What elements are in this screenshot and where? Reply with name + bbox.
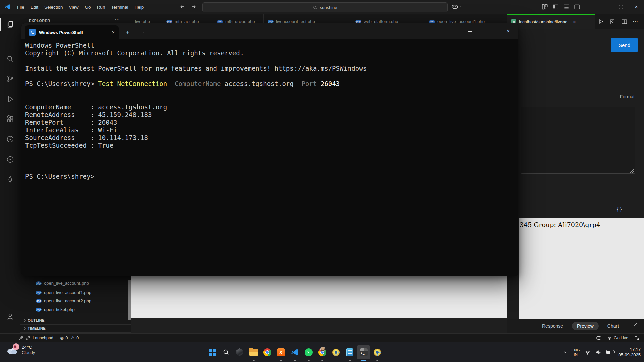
file-item[interactable]: php open_live_account1.php <box>20 288 128 297</box>
taskbar-xampp[interactable]: X <box>274 342 288 362</box>
menu-terminal[interactable]: Terminal <box>108 5 131 10</box>
request-body-textarea[interactable] <box>521 107 635 174</box>
nav-forward-icon[interactable] <box>191 3 197 10</box>
response-preview-pane[interactable]: 345 Group: Ali7020\grp4 <box>519 218 644 319</box>
start-button[interactable] <box>205 342 219 362</box>
toggle-panel-icon[interactable] <box>563 3 570 10</box>
clock-widget[interactable]: 17:17 05-09-2025 <box>619 347 641 358</box>
menu-edit[interactable]: Edit <box>28 5 41 10</box>
terminal-maximize-button[interactable] <box>479 23 499 39</box>
raw-view-icon[interactable]: ≡ <box>629 206 632 213</box>
close-icon[interactable]: × <box>573 19 576 25</box>
taskbar-terminal[interactable]: >_ <box>357 342 370 362</box>
taskbar-notepad[interactable] <box>343 342 357 362</box>
taskbar-chrome[interactable] <box>260 342 274 362</box>
rest-client-panel: Send Format { } ≡ 345 Group: Ali7020\grp… <box>507 29 644 333</box>
weather-widget[interactable]: 9+ 24°C Cloudy <box>6 345 35 355</box>
powershell-window[interactable]: Windows PowerShell × + × Windows PowerSh… <box>21 23 518 276</box>
prompt-text: PS C:\Users\shrey> <box>25 80 98 87</box>
terminal-prompt-line: PS C:\Users\shrey> <box>25 173 518 180</box>
terminal-output-area[interactable]: Windows PowerShell Copyright (C) Microso… <box>21 39 518 276</box>
nav-back-icon[interactable] <box>179 3 185 10</box>
launchpad-status-item[interactable]: Launchpad <box>0 335 53 340</box>
taskbar-search-button[interactable] <box>219 342 233 362</box>
file-item[interactable]: php open_live_account.php <box>20 279 128 288</box>
window-close-button[interactable]: × <box>629 0 644 14</box>
window-restore-button[interactable] <box>613 0 629 14</box>
divider <box>135 28 135 35</box>
window-minimize-button[interactable] <box>598 0 613 14</box>
terminal-titlebar[interactable]: Windows PowerShell × + × <box>21 23 518 39</box>
terminal-line: RemoteAddress : 45.159.248.183 <box>25 111 518 119</box>
terminal-minimize-button[interactable] <box>460 23 479 39</box>
notifications-bell-icon[interactable] <box>633 335 639 341</box>
php-file-icon: php <box>268 20 274 24</box>
go-live-status-item[interactable]: Go Live <box>607 335 628 340</box>
customize-layout-icon[interactable] <box>541 3 548 10</box>
run-file-icon[interactable] <box>597 18 604 25</box>
taskbar-file-explorer[interactable] <box>247 342 260 362</box>
menu-view[interactable]: View <box>66 5 82 10</box>
tab-simple-browser[interactable]: localhost/sunshine/liveac.. × <box>507 14 595 29</box>
taskbar-app-icons: X <box>205 342 384 362</box>
send-button[interactable]: Send <box>611 38 638 52</box>
terminal-command-line: PS C:\Users\shrey> Test-NetConnection -C… <box>25 80 518 88</box>
outline-section-header[interactable]: OUTLINE <box>20 316 131 324</box>
extensions-icon[interactable] <box>6 115 14 123</box>
taskbar-gear-app[interactable] <box>329 342 343 362</box>
copilot-menu[interactable] <box>451 3 463 10</box>
wifi-icon[interactable] <box>584 349 591 356</box>
weather-condition: Cloudy <box>22 350 35 355</box>
file-item[interactable]: php open_live_account2.php <box>20 296 128 305</box>
split-editor-icon[interactable] <box>621 18 628 25</box>
problems-status-item[interactable]: ⊗ 0 ⚠ 0 <box>60 335 79 341</box>
format-label[interactable]: Format <box>620 94 635 99</box>
tab-chart[interactable]: Chart <box>607 323 619 329</box>
new-tab-button[interactable]: + <box>122 26 133 38</box>
terminal-close-button[interactable]: × <box>499 23 518 39</box>
tab-response[interactable]: Response <box>542 323 563 329</box>
mongodb-icon[interactable] <box>6 175 14 183</box>
sidebar-scrollbar[interactable] <box>128 280 131 320</box>
taskbar-gear-app-2[interactable] <box>370 342 384 362</box>
language-indicator[interactable]: ENG IN <box>572 348 580 357</box>
taskbar-crystal-app[interactable] <box>233 342 247 362</box>
expand-panel-icon[interactable] <box>633 321 639 327</box>
menu-go[interactable]: Go <box>82 5 94 10</box>
account-icon[interactable] <box>6 312 14 321</box>
explorer-view-icon[interactable] <box>6 20 14 29</box>
copilot-status-icon[interactable] <box>596 335 602 341</box>
command-center-search[interactable]: sunshine <box>202 2 448 12</box>
taskbar-whatsapp[interactable] <box>302 342 315 362</box>
source-control-icon[interactable] <box>6 75 14 83</box>
error-count: 0 <box>66 336 68 340</box>
explorer-actions-icon[interactable]: ⋯ <box>115 17 120 23</box>
gear-app-icon <box>332 349 340 356</box>
menu-help[interactable]: Help <box>131 5 147 10</box>
menu-selection[interactable]: Selection <box>41 5 66 10</box>
php-server-icon[interactable] <box>609 18 616 25</box>
live-server-icon[interactable] <box>6 155 14 164</box>
tab-preview[interactable]: Preview <box>572 322 599 330</box>
more-actions-icon[interactable]: ⋯ <box>633 18 638 25</box>
battery-icon[interactable] <box>606 350 614 354</box>
menu-file[interactable]: File <box>14 5 28 10</box>
timeline-section-header[interactable]: TIMELINE <box>20 324 131 333</box>
file-item[interactable]: php open_ticket.php <box>20 305 128 314</box>
resize-grip-icon[interactable] <box>630 169 634 173</box>
run-debug-icon[interactable] <box>6 95 14 103</box>
chevron-right-icon <box>22 319 26 322</box>
menu-run[interactable]: Run <box>94 5 108 10</box>
search-view-icon[interactable] <box>6 55 14 63</box>
taskbar-chrome-profile[interactable] <box>315 342 329 362</box>
close-icon[interactable]: × <box>112 29 115 35</box>
terminal-tab[interactable]: Windows PowerShell × <box>25 25 119 39</box>
format-json-icon[interactable]: { } <box>617 206 622 213</box>
taskbar-vscode[interactable] <box>288 342 302 362</box>
volume-icon[interactable] <box>595 349 602 356</box>
tab-dropdown-icon[interactable] <box>138 26 149 38</box>
thunder-client-icon[interactable] <box>6 135 14 143</box>
tray-chevron-up-icon[interactable] <box>562 350 567 355</box>
toggle-sidebar-icon[interactable] <box>552 3 559 10</box>
toggle-secondary-sidebar-icon[interactable] <box>574 3 581 10</box>
